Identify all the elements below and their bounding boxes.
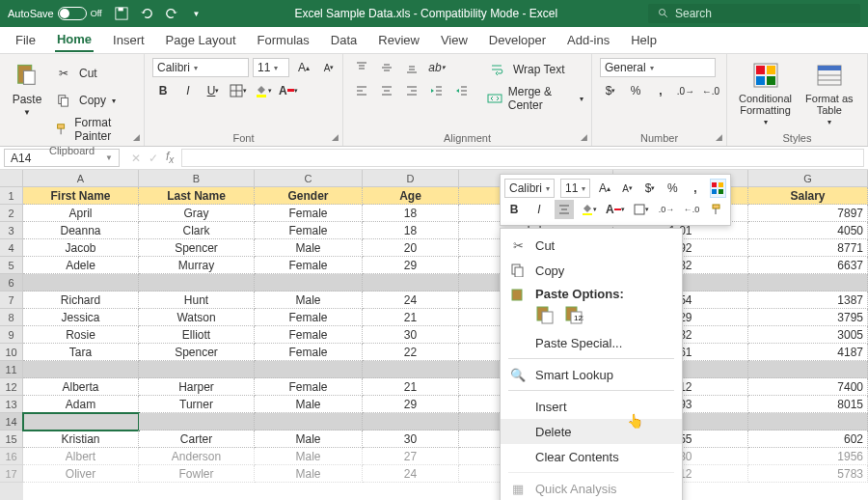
alignment-launcher-icon[interactable]: ◢ (581, 132, 587, 142)
borders-button[interactable]: ▾ (228, 81, 249, 100)
table-row[interactable]: AlbertAndersonMale27a.ander4-301956 (23, 448, 868, 465)
cell[interactable]: Female (255, 205, 363, 222)
ctx-cut[interactable]: ✂Cut (501, 233, 682, 258)
cell[interactable]: Anderson (139, 448, 255, 465)
cell[interactable] (363, 274, 459, 292)
cell[interactable]: 602 (748, 431, 868, 448)
cell[interactable]: 29 (363, 257, 459, 274)
search-box[interactable]: Search (648, 4, 860, 23)
row-head-7[interactable]: 7 (0, 292, 23, 309)
cell[interactable]: Female (255, 222, 363, 239)
col-head-A[interactable]: A (23, 170, 139, 187)
cell[interactable]: Salary (748, 187, 868, 205)
cell[interactable]: Age (363, 187, 459, 205)
tab-review[interactable]: Review (376, 29, 421, 51)
align-center-icon[interactable] (376, 81, 397, 100)
table-row[interactable] (23, 274, 868, 292)
cell[interactable]: 8771 (748, 239, 868, 257)
paste-button[interactable]: Paste ▼ (8, 58, 46, 119)
increase-decimal-icon[interactable]: .0→ (675, 81, 696, 100)
insert-function-icon[interactable]: fx (166, 150, 174, 165)
cell[interactable]: Murray (139, 257, 255, 274)
cell[interactable]: Fowler (139, 465, 255, 483)
cell[interactable]: 20 (363, 239, 459, 257)
align-bottom-icon[interactable] (401, 58, 422, 77)
table-row[interactable] (23, 361, 868, 378)
font-launcher-icon[interactable]: ◢ (332, 132, 339, 142)
cell[interactable]: Turner (139, 396, 255, 413)
mini-percent-icon[interactable]: % (665, 179, 681, 198)
cell[interactable]: Last Name (139, 187, 255, 205)
col-head-C[interactable]: C (255, 170, 363, 187)
cell[interactable] (363, 413, 459, 431)
cell[interactable]: Female (255, 344, 363, 361)
cell[interactable] (748, 274, 868, 292)
row-head-2[interactable]: 2 (0, 205, 23, 222)
cell[interactable] (139, 361, 255, 378)
cell[interactable]: Harper (139, 378, 255, 396)
cell[interactable]: 5783 (748, 465, 868, 483)
cell[interactable]: Gray (139, 205, 255, 222)
undo-icon[interactable] (139, 6, 154, 21)
mini-decimal2-icon[interactable]: ←.0 (682, 200, 701, 219)
row-head-4[interactable]: 4 (0, 239, 23, 257)
table-row[interactable]: KristianCarterMale30k.cart4-55602 (23, 431, 868, 448)
cell[interactable]: 7400 (748, 378, 868, 396)
cell[interactable]: Female (255, 309, 363, 326)
cell[interactable]: Clark (139, 222, 255, 239)
mini-decimal-icon[interactable]: .0→ (657, 200, 676, 219)
cell[interactable]: Carter (139, 431, 255, 448)
formula-bar[interactable] (181, 149, 864, 167)
cell[interactable]: Spencer (139, 239, 255, 257)
cell[interactable]: 30 (363, 431, 459, 448)
mini-italic-icon[interactable]: I (529, 200, 549, 219)
tab-view[interactable]: View (439, 29, 470, 51)
save-icon[interactable] (114, 6, 129, 21)
worksheet-grid[interactable]: 1234567891011121314151617 ABCDEFG First … (0, 170, 868, 500)
col-head-G[interactable]: G (748, 170, 868, 187)
cell[interactable]: 1956 (748, 448, 868, 465)
paste-values-icon[interactable]: 123 (564, 305, 583, 324)
cell[interactable]: Elliott (139, 326, 255, 344)
row-head-16[interactable]: 16 (0, 448, 23, 465)
table-row[interactable]: AprilGrayFemale18a.gra6-887897 (23, 205, 868, 222)
align-top-icon[interactable] (351, 58, 372, 77)
tab-page-layout[interactable]: Page Layout (164, 29, 238, 51)
table-row[interactable]: RosieElliottFemale30r.elli9-323005 (23, 326, 868, 344)
cell[interactable]: Tara (23, 344, 139, 361)
tab-file[interactable]: File (14, 29, 38, 51)
table-row[interactable] (23, 413, 868, 431)
table-row[interactable]: JacobSpencerMale20j.spen9-928771 (23, 239, 868, 257)
decrease-font-icon[interactable]: A▾ (318, 58, 339, 77)
cut-button[interactable]: ✂Cut (52, 62, 136, 85)
cell[interactable] (255, 413, 363, 431)
table-row[interactable]: AdamTurnerMale29a.turn8-938015 (23, 396, 868, 413)
cell[interactable]: Rosie (23, 326, 139, 344)
number-format-combo[interactable]: General▾ (600, 58, 716, 77)
cell[interactable]: 4187 (748, 344, 868, 361)
row-head-17[interactable]: 17 (0, 465, 23, 483)
cell[interactable]: 21 (363, 378, 459, 396)
cell[interactable]: 3005 (748, 326, 868, 344)
cell[interactable] (363, 361, 459, 378)
conditional-formatting-button[interactable]: Conditional Formatting▾ (735, 58, 796, 128)
cell[interactable]: Jacob (23, 239, 139, 257)
cell[interactable]: Male (255, 292, 363, 309)
copy-button[interactable]: Copy▾ (52, 89, 136, 112)
table-row[interactable]: TaraSpencerFemale22t.spen8-614187 (23, 344, 868, 361)
orientation-icon[interactable]: ab▾ (426, 58, 448, 77)
mini-conditional-icon[interactable] (710, 179, 726, 198)
cell[interactable] (23, 274, 139, 292)
table-row[interactable]: First NameLast NameGenderAgeEmailPhoneSa… (23, 187, 868, 205)
row-head-12[interactable]: 12 (0, 378, 23, 396)
cell[interactable]: Male (255, 431, 363, 448)
merge-center-button[interactable]: Merge & Center▾ (486, 85, 583, 112)
cell[interactable]: Adele (23, 257, 139, 274)
cell[interactable]: 21 (363, 309, 459, 326)
increase-indent-icon[interactable] (451, 81, 473, 100)
clipboard-launcher-icon[interactable]: ◢ (133, 132, 140, 142)
tab-help[interactable]: Help (629, 29, 659, 51)
table-row[interactable]: JessicaWatsonFemale21j.wats3-293795 (23, 309, 868, 326)
ctx-delete[interactable]: Delete (501, 419, 682, 444)
underline-button[interactable]: U▾ (203, 81, 224, 100)
